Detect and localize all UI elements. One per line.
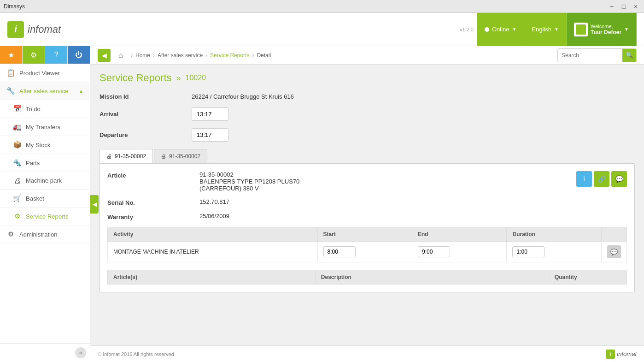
top-header: i infomat v1.2.0 Online ▼ English ▼ Welc… [0, 13, 644, 46]
breadcrumb-after-sales[interactable]: After sales service [158, 52, 203, 59]
minimize-button[interactable]: − [607, 2, 616, 11]
departure-input[interactable] [192, 128, 228, 142]
article-row: Article 91-35-00002 BALENPERS TYPE PP120… [107, 171, 627, 192]
article-label: Article [107, 171, 199, 179]
col-articles: Article(s) [108, 270, 316, 285]
sidebar-item-service-reports[interactable]: ⚙ Service Reports [0, 208, 90, 226]
product-viewer-icon: 📋 [6, 69, 15, 77]
footer-copyright: © Infomat 2016 All rights reserved [98, 351, 174, 357]
window-controls: − □ × [607, 2, 640, 11]
info-icon: i [583, 175, 585, 183]
user-welcome: Welcome, [591, 24, 621, 29]
online-button[interactable]: Online ▼ [477, 13, 524, 46]
warranty-label: Warranty [107, 213, 199, 220]
duration-input[interactable] [512, 246, 544, 257]
home-button[interactable]: ⌂ [114, 49, 127, 62]
language-button[interactable]: English ▼ [524, 13, 567, 46]
article-buttons: i 🔗 💬 [576, 171, 627, 187]
activity-actions: 💬 [602, 242, 627, 262]
back-icon: ◀ [102, 52, 107, 59]
service-reports-icon: ⚙ [13, 212, 21, 220]
article-comment-button[interactable]: 💬 [611, 171, 627, 187]
parts-icon: 🔩 [13, 159, 21, 167]
tab-2-icon: 🖨 [161, 153, 166, 160]
maximize-button[interactable]: □ [619, 2, 628, 11]
sidebar-icon-settings[interactable]: ⚙ [23, 46, 45, 64]
online-chevron-icon: ▼ [512, 27, 517, 32]
basket-icon: 🛒 [13, 194, 21, 202]
tab-1[interactable]: 🖨 91-35-00002 [100, 149, 153, 163]
article-line3: (CARREFOUR) 380 V [199, 185, 576, 192]
activity-duration [507, 242, 602, 262]
sidebar-icon-row: ★ ⚙ ? ⏻ [0, 46, 90, 64]
comment-icon: 💬 [615, 175, 623, 183]
arrival-input[interactable] [192, 107, 228, 121]
sidebar-item-my-stock[interactable]: 📦 My Stock [0, 136, 90, 154]
row-comment-button[interactable]: 💬 [607, 245, 621, 258]
sidebar-item-machine-park[interactable]: 🖨 Machine park [0, 172, 90, 190]
sidebar-item-label: Basket [26, 195, 44, 202]
breadcrumb-bar: ◀ ⌂ › Home › After sales service › Servi… [90, 46, 644, 65]
machine-park-icon: 🖨 [13, 177, 21, 184]
sidebar: ★ ⚙ ? ⏻ 📋 Product Viewer 🔧 After sales s… [0, 46, 90, 362]
start-time-input[interactable] [323, 246, 356, 257]
back-button[interactable]: ◀ [98, 49, 111, 62]
article-link-button[interactable]: 🔗 [594, 171, 609, 187]
sidebar-item-label: Administration [19, 231, 57, 238]
online-dot [485, 27, 489, 32]
sidebar-item-my-transfers[interactable]: 🚛 My Transfers [0, 118, 90, 136]
breadcrumb-home[interactable]: Home [135, 52, 150, 59]
transfers-icon: 🚛 [13, 123, 21, 131]
mission-id-value: 26224 / Carrefour Brugge St Kruis 616 [192, 93, 294, 100]
col-activity: Activity [108, 227, 318, 242]
sidebar-item-parts[interactable]: 🔩 Parts [0, 154, 90, 172]
language-chevron-icon: ▼ [554, 27, 559, 32]
right-panel: ◀ ◀ ⌂ › Home › After sales service › Ser… [90, 46, 644, 362]
sidebar-item-label: My Stock [26, 142, 50, 148]
user-chevron-icon: ▼ [624, 27, 629, 32]
sidebar-icon-power[interactable]: ⏻ [68, 46, 90, 64]
sidebar-toggle-icon: ◀ [93, 201, 97, 208]
arrival-row: Arrival [100, 107, 635, 121]
page-subtitle: 10020 [186, 74, 206, 82]
activity-end [412, 242, 506, 262]
warranty-row: Warranty 25/06/2009 [107, 213, 627, 220]
search-input[interactable] [558, 50, 622, 60]
subtitle-separator: » [176, 73, 181, 83]
after-sales-chevron-icon: ▲ [79, 89, 83, 94]
logo-area: i infomat [7, 21, 61, 38]
warranty-value: 25/06/2009 [199, 213, 627, 220]
sidebar-icon-help[interactable]: ? [45, 46, 68, 64]
sidebar-collapse-button[interactable]: « [75, 347, 86, 358]
todo-icon: 📅 [13, 105, 21, 113]
close-button[interactable]: × [631, 2, 640, 11]
avatar [574, 23, 588, 36]
col-end: End [412, 227, 506, 242]
home-icon: ⌂ [118, 51, 123, 59]
col-actions [602, 227, 627, 242]
user-button[interactable]: Welcome, Tuur Defoer ▼ [567, 13, 637, 46]
tab-1-icon: 🖨 [106, 153, 112, 160]
breadcrumb-service-reports[interactable]: Service Reports [210, 52, 249, 59]
col-duration: Duration [507, 227, 602, 242]
serial-row: Serial No. 152.70.817 [107, 198, 627, 206]
article-info-button[interactable]: i [576, 171, 592, 187]
sidebar-item-after-sales[interactable]: 🔧 After sales service ▲ [0, 82, 90, 100]
footer-logo: i infomat [606, 350, 637, 359]
end-time-input[interactable] [418, 246, 450, 257]
sidebar-item-administration[interactable]: ⚙ Administration [0, 226, 90, 243]
sidebar-item-todo[interactable]: 📅 To do [0, 100, 90, 118]
sidebar-item-basket[interactable]: 🛒 Basket [0, 190, 90, 208]
articles-table: Article(s) Description Quantity [107, 270, 627, 285]
version-label: v1.2.0 [460, 27, 474, 32]
tab-2[interactable]: 🖨 91-35-00002 [154, 149, 207, 163]
serial-label: Serial No. [107, 198, 199, 206]
sidebar-icon-star[interactable]: ★ [0, 46, 23, 64]
article-value: 91-35-00002 BALENPERS TYPE PP1208 PLUS70… [199, 171, 576, 192]
col-quantity: Quantity [549, 270, 626, 285]
tabs-container: 🖨 91-35-00002 🖨 91-35-00002 [100, 149, 635, 163]
breadcrumb-sep-2: › [153, 52, 155, 59]
sidebar-item-product-viewer[interactable]: 📋 Product Viewer [0, 64, 90, 82]
sidebar-toggle-button[interactable]: ◀ [90, 195, 99, 214]
search-button[interactable]: 🔍 [622, 49, 636, 62]
